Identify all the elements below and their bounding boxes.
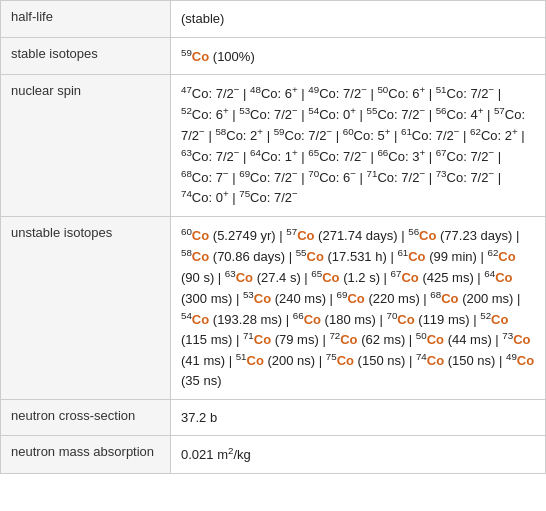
neutron-mass-absorption-value: 0.021 m2/kg — [171, 436, 546, 474]
neutron-cross-section-label: neutron cross-section — [1, 399, 171, 436]
nuclear-spin-row: nuclear spin 47Co: 7/2− | 48Co: 6+ | 49C… — [1, 75, 546, 217]
unstable-isotopes-row: unstable isotopes 60Co (5.2749 yr) | 57C… — [1, 217, 546, 399]
half-life-label: half-life — [1, 1, 171, 38]
unstable-isotopes-value: 60Co (5.2749 yr) | 57Co (271.74 days) | … — [171, 217, 546, 399]
stable-isotopes-label: stable isotopes — [1, 37, 171, 75]
neutron-mass-absorption-row: neutron mass absorption 0.021 m2/kg — [1, 436, 546, 474]
properties-table: half-life (stable) stable isotopes 59Co … — [0, 0, 546, 474]
half-life-value: (stable) — [171, 1, 546, 38]
neutron-mass-absorption-label: neutron mass absorption — [1, 436, 171, 474]
half-life-row: half-life (stable) — [1, 1, 546, 38]
stable-isotopes-value: 59Co (100%) — [171, 37, 546, 75]
neutron-cross-section-row: neutron cross-section 37.2 b — [1, 399, 546, 436]
nuclear-spin-label: nuclear spin — [1, 75, 171, 217]
nuclear-spin-value: 47Co: 7/2− | 48Co: 6+ | 49Co: 7/2− | 50C… — [171, 75, 546, 217]
neutron-cross-section-value: 37.2 b — [171, 399, 546, 436]
stable-isotopes-row: stable isotopes 59Co (100%) — [1, 37, 546, 75]
unstable-isotopes-label: unstable isotopes — [1, 217, 171, 399]
